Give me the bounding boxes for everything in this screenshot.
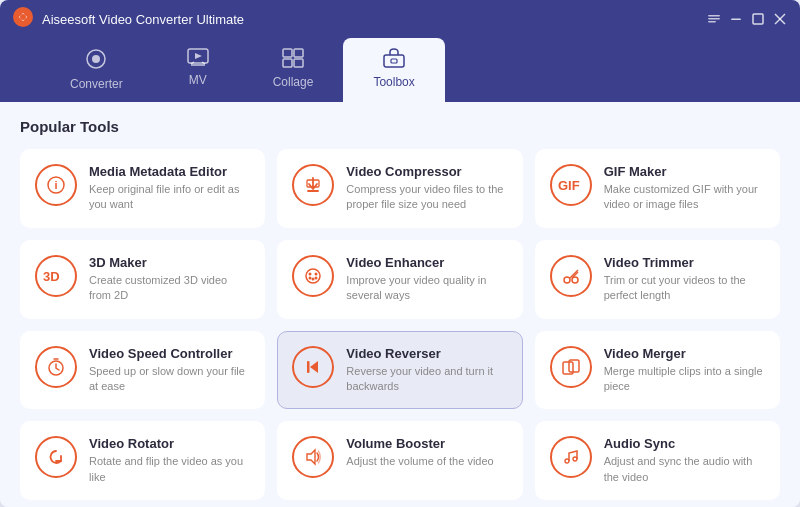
svg-rect-14 [283,59,292,67]
svg-point-38 [573,457,577,461]
tool-icon-3d-maker: 3D [35,255,77,297]
tool-card-video-compressor[interactable]: Video CompressorCompress your video file… [277,149,522,228]
tool-card-video-speed-controller[interactable]: Video Speed ControllerSpeed up or slow d… [20,331,265,410]
tool-card-media-metadata-editor[interactable]: iMedia Metadata EditorKeep original file… [20,149,265,228]
svg-rect-34 [307,361,310,373]
svg-point-27 [309,276,312,279]
svg-rect-12 [283,49,292,57]
tool-desc-volume-booster: Adjust the volume of the video [346,454,507,469]
content-area: Popular Tools iMedia Metadata EditorKeep… [0,102,800,507]
tool-desc-video-compressor: Compress your video files to the proper … [346,182,507,213]
tool-name-gif-maker: GIF Maker [604,164,765,179]
app-logo [12,6,42,32]
svg-point-10 [92,55,100,63]
tool-info-video-speed-controller: Video Speed ControllerSpeed up or slow d… [89,346,250,395]
tool-card-gif-maker[interactable]: GIFGIF MakerMake customized GIF with you… [535,149,780,228]
maximize-button[interactable] [750,11,766,27]
tool-icon-video-rotator [35,436,77,478]
tool-card-video-reverser[interactable]: Video ReverserReverse your video and tur… [277,331,522,410]
tool-info-audio-sync: Audio SyncAdjust and sync the audio with… [604,436,765,485]
tool-name-audio-sync: Audio Sync [604,436,765,451]
svg-rect-6 [753,14,763,24]
svg-point-23 [306,269,320,283]
tool-desc-audio-sync: Adjust and sync the audio with the video [604,454,765,485]
tool-icon-video-merger [550,346,592,388]
tool-name-video-speed-controller: Video Speed Controller [89,346,250,361]
tool-info-video-trimmer: Video TrimmerTrim or cut your videos to … [604,255,765,304]
svg-text:i: i [54,179,57,191]
tool-icon-gif-maker: GIF [550,164,592,206]
tool-card-audio-sync[interactable]: Audio SyncAdjust and sync the audio with… [535,421,780,500]
tool-name-video-merger: Video Merger [604,346,765,361]
close-button[interactable] [772,11,788,27]
tool-card-volume-booster[interactable]: Volume BoosterAdjust the volume of the v… [277,421,522,500]
tool-desc-video-rotator: Rotate and flip the video as you like [89,454,250,485]
minimize-button[interactable] [728,11,744,27]
tool-icon-video-compressor [292,164,334,206]
svg-rect-15 [294,59,303,67]
tool-name-video-compressor: Video Compressor [346,164,507,179]
tool-desc-video-merger: Merge multiple clips into a single piece [604,364,765,395]
tool-info-video-rotator: Video RotatorRotate and flip the video a… [89,436,250,485]
tool-name-3d-maker: 3D Maker [89,255,250,270]
tool-desc-video-reverser: Reverse your video and turn it backwards [346,364,507,395]
tab-converter-label: Converter [70,77,123,97]
title-bar: Aiseesoft Video Converter Ultimate [0,0,800,38]
tool-card-video-merger[interactable]: Video MergerMerge multiple clips into a … [535,331,780,410]
tool-info-media-metadata-editor: Media Metadata EditorKeep original file … [89,164,250,213]
tool-name-video-rotator: Video Rotator [89,436,250,451]
svg-point-24 [309,272,312,275]
tab-collage[interactable]: Collage [243,38,344,102]
svg-rect-13 [294,49,303,57]
svg-text:3D: 3D [43,269,60,284]
svg-point-26 [312,277,315,280]
tab-bar: Converter MV Col [0,38,800,102]
window-controls [706,11,788,27]
tool-info-volume-booster: Volume BoosterAdjust the volume of the v… [346,436,507,469]
tool-info-gif-maker: GIF MakerMake customized GIF with your v… [604,164,765,213]
tool-icon-video-speed-controller [35,346,77,388]
tool-icon-media-metadata-editor: i [35,164,77,206]
tool-name-video-enhancer: Video Enhancer [346,255,507,270]
app-title: Aiseesoft Video Converter Ultimate [42,12,706,27]
tool-name-volume-booster: Volume Booster [346,436,507,451]
tool-info-video-enhancer: Video EnhancerImprove your video quality… [346,255,507,304]
tab-converter[interactable]: Converter [40,38,153,102]
tool-card-video-rotator[interactable]: Video RotatorRotate and flip the video a… [20,421,265,500]
svg-point-28 [315,276,318,279]
svg-point-29 [564,277,570,283]
tool-info-video-compressor: Video CompressorCompress your video file… [346,164,507,213]
section-title: Popular Tools [20,118,780,135]
svg-rect-2 [708,18,720,20]
svg-point-25 [315,272,318,275]
collage-icon [282,48,304,71]
caption-button[interactable] [706,11,722,27]
tool-card-video-trimmer[interactable]: Video TrimmerTrim or cut your videos to … [535,240,780,319]
tool-name-video-reverser: Video Reverser [346,346,507,361]
tool-icon-video-reverser [292,346,334,388]
tab-toolbox-label: Toolbox [373,75,414,95]
svg-point-1 [20,14,26,20]
tool-desc-video-enhancer: Improve your video quality in several wa… [346,273,507,304]
toolbox-icon [383,48,405,71]
tab-toolbox[interactable]: Toolbox [343,38,444,102]
svg-rect-4 [708,15,720,17]
tool-icon-volume-booster [292,436,334,478]
svg-text:GIF: GIF [558,178,580,193]
tool-desc-video-speed-controller: Speed up or slow down your file at ease [89,364,250,395]
tool-card-video-enhancer[interactable]: Video EnhancerImprove your video quality… [277,240,522,319]
tab-collage-label: Collage [273,75,314,95]
tool-card-3d-maker[interactable]: 3D3D MakerCreate customized 3D video fro… [20,240,265,319]
svg-rect-17 [391,59,397,63]
main-window: Aiseesoft Video Converter Ultimate [0,0,800,507]
tool-desc-3d-maker: Create customized 3D video from 2D [89,273,250,304]
tab-mv[interactable]: MV [153,38,243,102]
converter-icon [85,48,107,73]
svg-rect-16 [384,55,404,67]
tool-icon-audio-sync [550,436,592,478]
tool-icon-video-trimmer [550,255,592,297]
tool-info-video-reverser: Video ReverserReverse your video and tur… [346,346,507,395]
tab-mv-label: MV [189,73,207,93]
tool-icon-video-enhancer [292,255,334,297]
tool-desc-gif-maker: Make customized GIF with your video or i… [604,182,765,213]
